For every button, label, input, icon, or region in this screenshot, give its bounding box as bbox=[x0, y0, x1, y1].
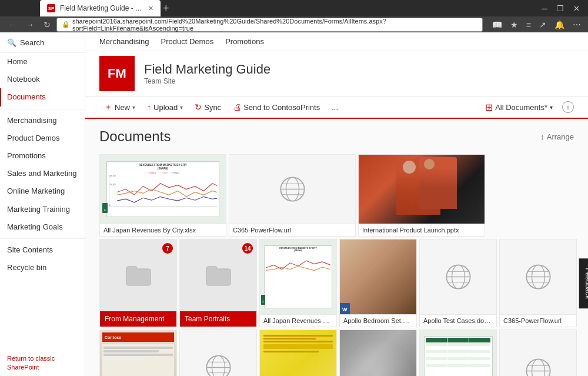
back-button[interactable]: ← bbox=[5, 18, 20, 32]
sidebar-item-recycle[interactable]: Recycle bin bbox=[0, 259, 85, 277]
sidebar-item-goals[interactable]: Marketing Goals bbox=[0, 218, 85, 236]
folder-icon bbox=[125, 264, 152, 287]
notifications-icon[interactable]: 🔔 bbox=[552, 19, 567, 31]
sidebar-item-online[interactable]: Online Marketing bbox=[0, 182, 85, 200]
site-header: FM Field Marketing Guide Team Site bbox=[85, 51, 588, 97]
share-icon[interactable]: ↗ bbox=[537, 19, 549, 31]
more-icon[interactable]: ⋯ bbox=[570, 19, 583, 31]
main-content: Merchandising Product Demos Promotions F… bbox=[85, 32, 588, 376]
address-bar[interactable]: 🔒 sharepoint2016a.sharepoint.com/Field%2… bbox=[56, 18, 483, 32]
sidebar-item-sales[interactable]: Sales and Marketing bbox=[0, 165, 85, 182]
doc-card-excel-large[interactable]: REVENUES FROM MARKETS BY CITY(JAPAN) ─ O… bbox=[99, 154, 226, 237]
globe-icon-purchasing bbox=[202, 351, 235, 376]
notebook-label: Notebook bbox=[7, 74, 40, 85]
room-thumb: W bbox=[340, 239, 416, 314]
online-label: Online Marketing bbox=[7, 186, 65, 197]
more-button[interactable]: ... bbox=[327, 100, 343, 115]
feedback-button[interactable]: Feedback bbox=[579, 258, 588, 308]
site-header-nav: Merchandising Product Demos Promotions bbox=[85, 32, 588, 51]
doc-card-room[interactable]: W Apollo Bedroom Set.docx bbox=[339, 239, 417, 327]
folder-label-portraits: Team Portraits bbox=[180, 311, 256, 327]
sidebar-search[interactable]: 🔍 Search bbox=[0, 32, 85, 53]
send-button[interactable]: 🖨 Send to ContosoPrints bbox=[228, 99, 325, 115]
sync-button[interactable]: ↻ Sync bbox=[190, 99, 226, 115]
toolbar: ＋ New ▾ ↑ Upload ▾ ↻ Sync 🖨 Send to Cont… bbox=[85, 97, 588, 119]
product-demos-label: Product Demos bbox=[7, 133, 60, 144]
info-label: i bbox=[567, 104, 569, 111]
doc-card-url-large[interactable]: C365-PowerFlow.url bbox=[229, 154, 356, 237]
tab-close[interactable]: ✕ bbox=[148, 5, 153, 12]
tab-bar: SP Field Marketing Guide - ... ✕ + ─ ❐ ✕ bbox=[0, 0, 588, 16]
purchasing-thumb bbox=[180, 330, 256, 376]
hub-icon[interactable]: ≡ bbox=[524, 19, 533, 31]
doc-card-excel-small[interactable]: REVENUES FROM MARKETS BY CITY(JAPAN) X bbox=[259, 239, 337, 327]
doc-label-url: C365-PowerFlow.url bbox=[229, 224, 355, 236]
new-button[interactable]: ＋ New ▾ bbox=[99, 99, 140, 115]
info-button[interactable]: i bbox=[562, 101, 574, 113]
favorites-icon[interactable]: ★ bbox=[508, 19, 520, 31]
new-icon: ＋ bbox=[104, 102, 112, 112]
site-nav-promotions[interactable]: Promotions bbox=[225, 36, 264, 47]
all-docs-button[interactable]: ⊞ All Documents* ▾ bbox=[480, 99, 557, 115]
folder-badge-portraits: 14 bbox=[242, 243, 253, 254]
sidebar-item-training[interactable]: Marketing Training bbox=[0, 201, 85, 218]
upload-button[interactable]: ↑ Upload ▾ bbox=[142, 99, 188, 115]
sidebar-item-merchandising[interactable]: Merchandising bbox=[0, 112, 85, 129]
return-classic-link[interactable]: Return to classic SharePoint bbox=[7, 355, 55, 371]
folder-badge-management: 7 bbox=[162, 243, 173, 254]
sidebar-item-promotions[interactable]: Promotions bbox=[0, 147, 85, 165]
refresh-button[interactable]: ↻ bbox=[40, 18, 54, 32]
folder-icon-2 bbox=[205, 264, 232, 287]
docs-row-1: REVENUES FROM MARKETS BY CITY(JAPAN) ─ O… bbox=[99, 154, 574, 237]
doc-card-health[interactable]: Employee Health Acce... bbox=[419, 330, 497, 376]
globe-icon-large bbox=[276, 173, 309, 205]
folder-label-management: From Management bbox=[100, 311, 176, 327]
doc-card-purchasing[interactable]: Contoso Purchasing Pro... bbox=[179, 330, 257, 376]
doc-card-ppt-large[interactable]: International Product Launch.pptx bbox=[358, 154, 485, 237]
minimize-button[interactable]: ─ bbox=[539, 3, 551, 14]
doc-card-pdf[interactable]: Contoso PDF bbox=[99, 330, 177, 376]
doc-card-contract[interactable]: W Contract Proposals.do... bbox=[259, 330, 337, 376]
arrange-button[interactable]: ↕ Arrange bbox=[540, 132, 574, 141]
training-label: Marketing Training bbox=[7, 204, 70, 215]
active-tab[interactable]: SP Field Marketing Guide - ... ✕ bbox=[40, 0, 161, 16]
nav-right-icons: 📖 ★ ≡ ↗ 🔔 ⋯ bbox=[490, 19, 583, 31]
tab-label: Field Marketing Guide - ... bbox=[60, 4, 141, 12]
toolbar-right: ⊞ All Documents* ▾ i bbox=[480, 99, 574, 115]
reading-view-icon[interactable]: 📖 bbox=[490, 19, 505, 31]
excel-thumb-large: REVENUES FROM MARKETS BY CITY(JAPAN) ─ O… bbox=[100, 155, 226, 224]
tab-favicon: SP bbox=[47, 4, 55, 12]
restore-button[interactable]: ❐ bbox=[553, 3, 567, 14]
doc-card-dandelion[interactable]: P CB-227 Product Overv... bbox=[339, 330, 417, 376]
doc-card-url-last[interactable] bbox=[499, 330, 577, 376]
more-label: ... bbox=[332, 103, 338, 112]
search-icon: 🔍 bbox=[7, 38, 16, 47]
globe-icon-last bbox=[522, 355, 554, 376]
sidebar-item-site-contents[interactable]: Site Contents bbox=[0, 241, 85, 259]
sidebar-item-home[interactable]: Home bbox=[0, 53, 85, 71]
forward-button[interactable]: → bbox=[22, 18, 38, 32]
docs-row-3: Contoso PDF bbox=[99, 330, 574, 376]
sidebar-item-notebook[interactable]: Notebook bbox=[0, 71, 85, 88]
promotions-label: Promotions bbox=[7, 151, 46, 161]
upload-icon: ↑ bbox=[147, 102, 151, 112]
doc-card-apollo-test[interactable]: Apollo Test Cases.docx... bbox=[419, 239, 497, 327]
upload-chevron: ▾ bbox=[180, 104, 183, 111]
site-subtitle: Team Site bbox=[144, 77, 270, 85]
close-button[interactable]: ✕ bbox=[570, 3, 583, 14]
site-nav-product-demos[interactable]: Product Demos bbox=[161, 36, 214, 47]
sidebar-item-documents[interactable]: Documents bbox=[0, 88, 85, 106]
doc-card-folder-management[interactable]: 7 From Management bbox=[99, 239, 177, 327]
sidebar-item-product-demos[interactable]: Product Demos bbox=[0, 129, 85, 147]
doc-label-excel-small: All Japan Revenues By... bbox=[260, 314, 336, 327]
doc-card-folder-portraits[interactable]: 14 Team Portraits bbox=[179, 239, 257, 327]
nav-bar: ← → ↻ 🔒 sharepoint2016a.sharepoint.com/F… bbox=[0, 16, 588, 32]
svg-point-21 bbox=[532, 359, 544, 376]
home-label: Home bbox=[7, 56, 28, 67]
documents-label: Documents bbox=[7, 92, 46, 102]
new-tab-button[interactable]: + bbox=[163, 3, 169, 14]
docs-section: Documents ↕ Arrange REVENUES FROM MARKET… bbox=[85, 119, 588, 376]
site-nav-merchandising[interactable]: Merchandising bbox=[99, 36, 149, 47]
docs-title: Documents bbox=[99, 128, 171, 145]
sidebar: 🔍 Search Home Notebook Documents Merchan… bbox=[0, 32, 85, 376]
